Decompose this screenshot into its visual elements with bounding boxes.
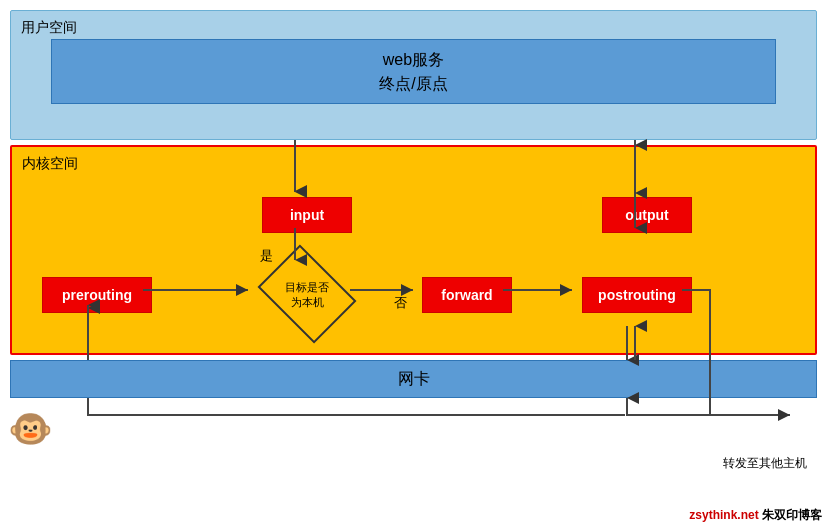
watermark: zsythink.net 朱双印博客 xyxy=(689,507,822,524)
web-service-box: web服务 终点/原点 xyxy=(51,39,776,104)
prerouting-box: prerouting xyxy=(42,277,152,313)
postrouting-box: postrouting xyxy=(582,277,692,313)
user-space-label: 用户空间 xyxy=(21,19,77,37)
decision-diamond: 目标是否 为本机 xyxy=(257,262,357,327)
kernel-space: 内核空间 input output prerouting forward pos… xyxy=(10,145,817,355)
user-space: 用户空间 web服务 终点/原点 xyxy=(10,10,817,140)
watermark-site: zsythink.net xyxy=(689,508,758,522)
monkey-icon: 🐵 xyxy=(8,408,58,458)
network-card: 网卡 xyxy=(10,360,817,398)
kernel-space-label: 内核空间 xyxy=(22,155,78,173)
main-container: 用户空间 web服务 终点/原点 内核空间 input output prero… xyxy=(0,0,827,526)
output-box: output xyxy=(602,197,692,233)
watermark-blog: 朱双印博客 xyxy=(762,508,822,522)
forward-box: forward xyxy=(422,277,512,313)
no-label: 否 xyxy=(394,294,407,312)
transfer-text: 转发至其他主机 xyxy=(723,455,807,472)
network-card-label: 网卡 xyxy=(398,369,430,390)
input-box: input xyxy=(262,197,352,233)
web-service-text: web服务 终点/原点 xyxy=(379,48,447,96)
